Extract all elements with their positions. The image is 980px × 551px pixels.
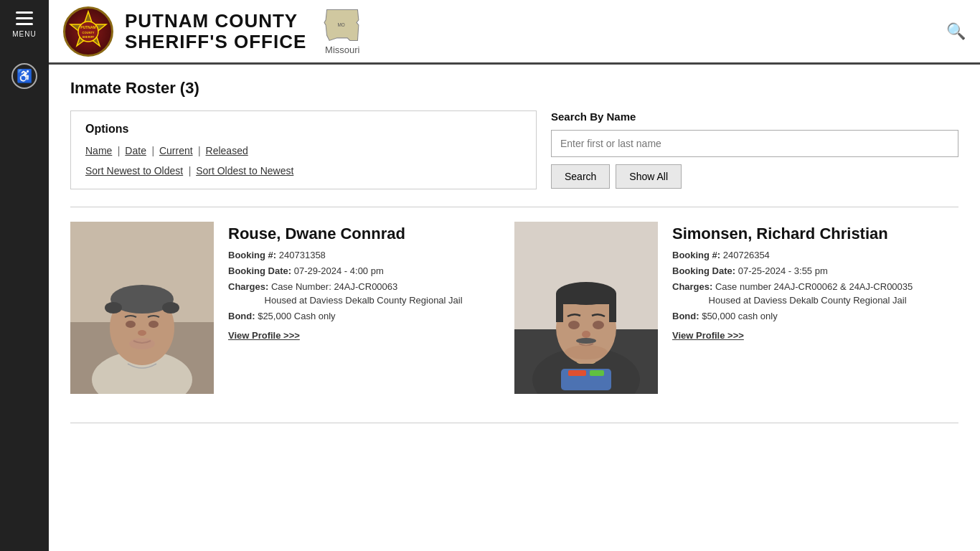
state-label: Missouri <box>325 44 359 55</box>
page-title: Inmate Roster (3) <box>70 79 958 98</box>
search-input[interactable] <box>551 130 958 157</box>
header-title: PUTNAM COUNTY SHERIFF'S OFFICE <box>125 11 306 52</box>
svg-point-16 <box>126 321 136 328</box>
page-content: Inmate Roster (3) Options Name | Date | … <box>49 65 980 551</box>
inmates-grid: Rouse, Dwane Connrad Booking #: 24073135… <box>70 207 958 415</box>
svg-rect-25 <box>568 370 586 376</box>
options-title: Options <box>85 123 522 136</box>
sort-links: Sort Newest to Oldest | Sort Oldest to N… <box>85 164 522 177</box>
booking-number-rouse: Booking #: 240731358 <box>228 249 500 262</box>
svg-point-35 <box>582 331 590 338</box>
svg-text:COUNTY: COUNTY <box>83 31 95 34</box>
svg-point-37 <box>565 345 608 359</box>
search-panel: Search By Name Search Show All <box>551 110 958 189</box>
inmate-name-rouse: Rouse, Dwane Connrad <box>228 225 500 243</box>
options-search-row: Options Name | Date | Current | Released… <box>70 110 958 189</box>
filter-current-link[interactable]: Current <box>159 145 193 156</box>
accessibility-button[interactable]: ♿ <box>11 63 37 89</box>
svg-point-34 <box>593 321 604 329</box>
search-label: Search By Name <box>551 110 958 123</box>
sidebar: MENU ♿ <box>0 0 49 551</box>
svg-text:PUTNAM: PUTNAM <box>80 25 95 29</box>
view-profile-simonsen[interactable]: View Profile >>> <box>672 330 744 341</box>
accessibility-icon: ♿ <box>17 68 32 84</box>
inmate-card-rouse: Rouse, Dwane Connrad Booking #: 24073135… <box>70 222 514 415</box>
sort-newest-link[interactable]: Sort Newest to Oldest <box>85 165 183 176</box>
booking-date-rouse: Booking Date: 07-29-2024 - 4:00 pm <box>228 265 500 278</box>
hamburger-icon <box>16 23 33 25</box>
main-content: PUTNAM COUNTY SHERIFF PUTNAM COUNTY SHER… <box>49 0 980 551</box>
show-all-button[interactable]: Show All <box>616 164 682 189</box>
filter-links: Name | Date | Current | Released <box>85 144 522 157</box>
menu-button[interactable]: MENU <box>0 0 49 49</box>
svg-rect-32 <box>609 304 616 322</box>
hamburger-icon <box>16 17 33 19</box>
svg-point-36 <box>576 338 596 344</box>
inmate-info-rouse: Rouse, Dwane Connrad Booking #: 24073135… <box>228 222 500 342</box>
sheriff-badge: PUTNAM COUNTY SHERIFF <box>63 6 113 57</box>
inmate-info-simonsen: Simonsen, Richard Christian Booking #: 2… <box>672 222 944 342</box>
bond-simonsen: Bond: $50,000 cash only <box>672 310 944 323</box>
svg-rect-31 <box>556 304 563 322</box>
inmate-photo-rouse <box>70 222 214 394</box>
svg-point-33 <box>568 321 580 329</box>
inmate-divider <box>70 423 958 423</box>
charges-simonsen: Charges: Case number 24AJ-CR00062 & 24AJ… <box>672 281 944 306</box>
booking-number-simonsen: Booking #: 240726354 <box>672 249 944 262</box>
sort-oldest-link[interactable]: Sort Oldest to Newest <box>196 165 293 176</box>
inmate-photo-simonsen <box>514 222 658 394</box>
booking-date-simonsen: Booking Date: 07-25-2024 - 3:55 pm <box>672 265 944 278</box>
filter-released-link[interactable]: Released <box>206 145 248 156</box>
site-header: PUTNAM COUNTY SHERIFF PUTNAM COUNTY SHER… <box>49 0 980 65</box>
hamburger-icon <box>16 11 33 14</box>
svg-point-18 <box>138 330 146 336</box>
inmate-name-simonsen: Simonsen, Richard Christian <box>672 225 944 243</box>
svg-text:MO: MO <box>338 22 345 27</box>
header-title-line1: PUTNAM COUNTY <box>125 11 306 32</box>
search-buttons: Search Show All <box>551 164 958 189</box>
header-title-line2: SHERIFF'S OFFICE <box>125 32 306 52</box>
filter-date-link[interactable]: Date <box>125 145 146 156</box>
svg-text:SHERIFF: SHERIFF <box>82 35 95 39</box>
search-button[interactable]: Search <box>551 164 610 189</box>
svg-point-15 <box>162 302 179 314</box>
charges-rouse: Charges: Case Number: 24AJ-CR00063 House… <box>228 281 500 306</box>
svg-point-17 <box>149 321 159 328</box>
state-emblem: MO Missouri <box>321 7 364 55</box>
svg-point-19 <box>129 338 155 349</box>
bond-rouse: Bond: $25,000 Cash only <box>228 310 500 323</box>
options-box: Options Name | Date | Current | Released… <box>70 110 537 189</box>
menu-label: MENU <box>12 30 36 38</box>
inmate-card-simonsen: Simonsen, Richard Christian Booking #: 2… <box>514 222 958 415</box>
header-search-icon[interactable]: 🔍 <box>946 22 966 41</box>
filter-name-link[interactable]: Name <box>85 145 112 156</box>
missouri-map: MO <box>321 7 364 43</box>
svg-point-14 <box>105 302 122 314</box>
svg-rect-26 <box>590 370 604 376</box>
svg-rect-30 <box>556 293 616 304</box>
view-profile-rouse[interactable]: View Profile >>> <box>228 330 300 341</box>
